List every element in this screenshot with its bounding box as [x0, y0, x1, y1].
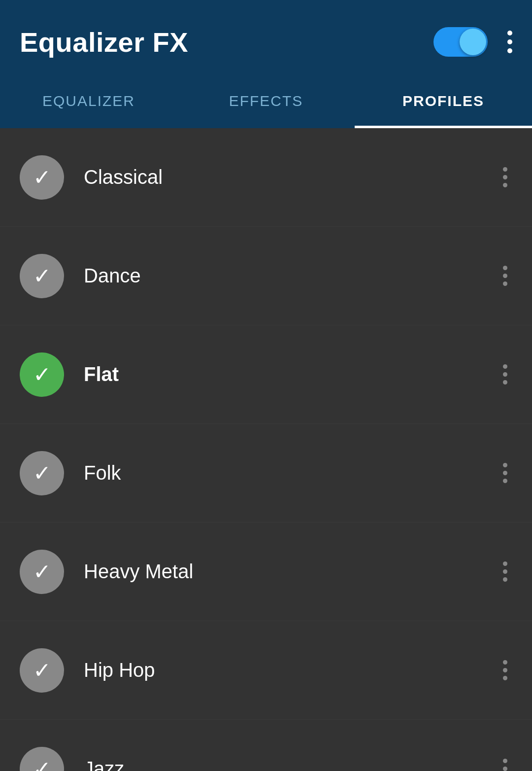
profile-item-flat[interactable]: ✓ Flat	[0, 325, 532, 424]
more-options-classical[interactable]	[498, 162, 512, 192]
checkmark-classical: ✓	[33, 167, 51, 188]
more-options-folk[interactable]	[498, 458, 512, 488]
profile-name-folk: Folk	[84, 462, 498, 484]
profile-item-classical[interactable]: ✓ Classical	[0, 128, 532, 227]
profile-item-folk[interactable]: ✓ Folk	[0, 424, 532, 523]
app-title: Equalizer FX	[20, 26, 188, 58]
check-circle-jazz: ✓	[20, 747, 64, 771]
profile-item-heavy-metal[interactable]: ✓ Heavy Metal	[0, 523, 532, 621]
checkmark-folk: ✓	[33, 462, 51, 484]
power-toggle[interactable]	[433, 27, 488, 57]
tab-equalizer[interactable]: EQUALIZER	[0, 79, 177, 128]
app-header: Equalizer FX	[0, 0, 532, 79]
profile-item-dance[interactable]: ✓ Dance	[0, 227, 532, 325]
profile-item-jazz[interactable]: ✓ Jazz	[0, 720, 532, 771]
more-options-heavy-metal[interactable]	[498, 557, 512, 587]
more-options-dance[interactable]	[498, 261, 512, 291]
profile-name-classical: Classical	[84, 166, 498, 188]
profile-item-hip-hop[interactable]: ✓ Hip Hop	[0, 621, 532, 720]
check-circle-flat: ✓	[20, 352, 64, 397]
profile-name-hip-hop: Hip Hop	[84, 659, 498, 681]
header-controls	[433, 27, 512, 57]
checkmark-jazz: ✓	[33, 758, 51, 771]
profile-list: ✓ Classical ✓ Dance ✓ Flat	[0, 128, 532, 771]
checkmark-dance: ✓	[33, 265, 51, 287]
check-circle-classical: ✓	[20, 155, 64, 200]
profile-name-dance: Dance	[84, 265, 498, 287]
check-circle-folk: ✓	[20, 451, 64, 495]
checkmark-flat: ✓	[33, 364, 51, 386]
more-options-flat[interactable]	[498, 359, 512, 389]
profile-name-flat: Flat	[84, 363, 498, 386]
check-circle-hip-hop: ✓	[20, 648, 64, 693]
more-options-button[interactable]	[507, 31, 512, 53]
tab-effects[interactable]: EFFECTS	[177, 79, 355, 128]
check-circle-dance: ✓	[20, 254, 64, 298]
dot-3	[507, 48, 512, 53]
tab-bar: EQUALIZER EFFECTS PROFILES	[0, 79, 532, 128]
dot-1	[507, 31, 512, 35]
check-circle-heavy-metal: ✓	[20, 550, 64, 594]
dot-2	[507, 39, 512, 44]
checkmark-hip-hop: ✓	[33, 660, 51, 681]
tab-profiles[interactable]: PROFILES	[355, 79, 532, 128]
profile-name-heavy-metal: Heavy Metal	[84, 561, 498, 583]
more-options-hip-hop[interactable]	[498, 655, 512, 685]
toggle-knob	[460, 29, 486, 55]
checkmark-heavy-metal: ✓	[33, 561, 51, 583]
profile-name-jazz: Jazz	[84, 758, 498, 771]
more-options-jazz[interactable]	[498, 754, 512, 771]
